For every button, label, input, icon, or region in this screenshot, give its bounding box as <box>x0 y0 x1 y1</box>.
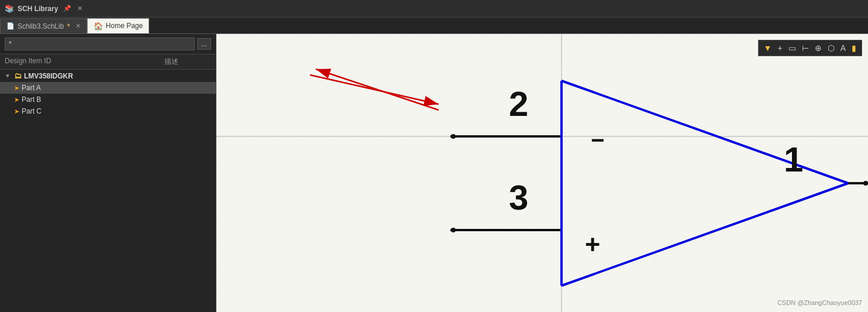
pin-icon-a: ➤ <box>14 84 19 92</box>
close-button[interactable]: ✕ <box>75 4 84 13</box>
tree-expand-arrow: ▼ <box>5 73 11 79</box>
svg-point-5 <box>451 134 456 139</box>
tree-item-part-a[interactable]: ➤ Part A <box>0 82 216 94</box>
library-icon: 📚 <box>5 4 14 13</box>
pin-button[interactable]: 📌 <box>61 4 73 13</box>
tree-item-label-part-a: Part A <box>22 84 41 92</box>
schlib-tab-label: Schlib3.SchLib <box>18 22 64 30</box>
col-description: 描述 <box>164 57 211 67</box>
schlib-tab-close[interactable]: ✕ <box>75 22 81 30</box>
sidebar: ... Design Item ID 描述 ▼ 🗂 LMV358IDGKR ➤ … <box>0 34 216 312</box>
tree-item-label-part-c: Part C <box>22 107 42 115</box>
tree-item-lmv358[interactable]: ▼ 🗂 LMV358IDGKR <box>0 70 216 82</box>
color-button[interactable]: ▮ <box>850 42 858 54</box>
schematic-canvas: 2 3 1 − + <box>216 34 868 312</box>
text-button[interactable]: A <box>839 42 848 54</box>
watermark: CSDN @ZhangChaoyue0037 <box>777 299 862 306</box>
main-layout: ... Design Item ID 描述 ▼ 🗂 LMV358IDGKR ➤ … <box>0 34 868 312</box>
svg-point-7 <box>451 228 456 232</box>
tree-item-part-c[interactable]: ➤ Part C <box>0 105 216 117</box>
homepage-tab-label: Home Page <box>106 22 143 30</box>
title-bar: 📚 SCH Library 📌 ✕ <box>0 0 868 18</box>
filter-button[interactable]: ▼ <box>762 42 774 54</box>
pin-icon-b: ➤ <box>14 96 19 104</box>
move-button[interactable]: ⊕ <box>813 42 824 54</box>
pin-icon-c: ➤ <box>14 108 19 115</box>
svg-text:2: 2 <box>509 84 528 124</box>
tree-item-label-lmv358: LMV358IDGKR <box>24 72 73 80</box>
tree-item-label-part-b: Part B <box>22 95 41 104</box>
svg-text:+: + <box>585 229 600 259</box>
canvas-toolbar: ▼ + ▭ ⊢ ⊕ ⬡ A ▮ <box>758 40 862 56</box>
svg-text:3: 3 <box>509 178 528 217</box>
svg-point-9 <box>863 181 868 186</box>
col-design-item-id: Design Item ID <box>5 57 164 67</box>
sidebar-tree: ▼ 🗂 LMV358IDGKR ➤ Part A ➤ Part B ➤ Part… <box>0 70 216 312</box>
svg-text:1: 1 <box>784 140 803 179</box>
tree-item-part-b[interactable]: ➤ Part B <box>0 94 216 105</box>
tab-schlib[interactable]: 📄 Schlib3.SchLib * ✕ <box>0 18 87 33</box>
sidebar-search-bar: ... <box>0 34 216 54</box>
tab-homepage[interactable]: 🏠 Home Page <box>87 18 149 33</box>
canvas-area[interactable]: ▼ + ▭ ⊢ ⊕ ⬡ A ▮ <box>216 34 868 312</box>
title-bar-label: SCH Library <box>18 5 58 13</box>
sidebar-column-header: Design Item ID 描述 <box>0 54 216 70</box>
svg-text:−: − <box>591 127 604 153</box>
search-input[interactable] <box>5 37 195 50</box>
pin-tool-button[interactable]: ⊢ <box>800 42 811 54</box>
schlib-tab-icon: 📄 <box>6 22 15 30</box>
rect-button[interactable]: ▭ <box>787 42 798 54</box>
schlib-tab-modified: * <box>67 22 70 31</box>
add-button[interactable]: + <box>776 42 784 54</box>
tabs-bar: 📄 Schlib3.SchLib * ✕ 🏠 Home Page <box>0 18 868 34</box>
homepage-tab-icon: 🏠 <box>94 22 103 30</box>
chip-icon: 🗂 <box>14 71 22 80</box>
poly-button[interactable]: ⬡ <box>826 42 836 54</box>
ellipsis-button[interactable]: ... <box>197 38 211 50</box>
